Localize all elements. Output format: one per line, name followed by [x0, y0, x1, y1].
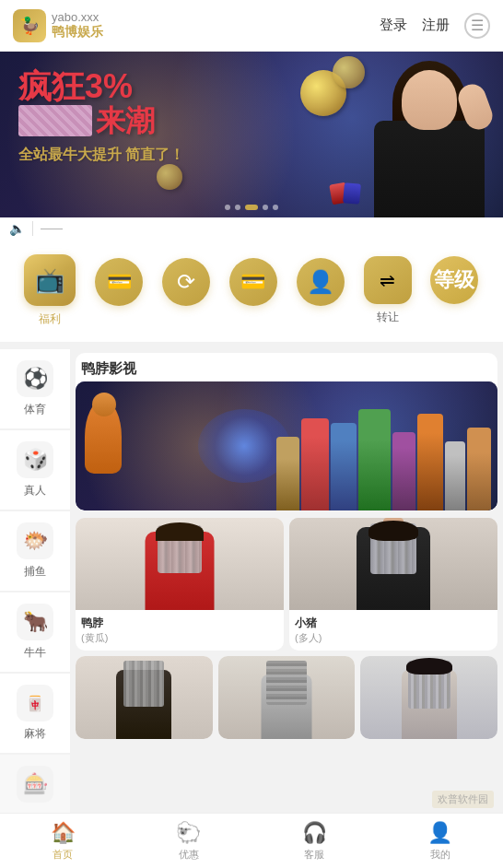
video-card-2-name: 小猪 [295, 616, 492, 631]
banner-dots [225, 205, 278, 210]
home-icon: 🏠 [51, 821, 76, 845]
sports-icon: ⚽ [17, 360, 53, 397]
logo-text: yabo.xxx 鸭博娱乐 [52, 10, 103, 41]
refresh-label [184, 311, 187, 324]
service-label: 客服 [304, 848, 324, 862]
nav-home[interactable]: 🏠 首页 [0, 814, 126, 868]
welfare-icon: 📺 [24, 254, 76, 306]
divider [32, 221, 33, 236]
dot-3[interactable] [245, 205, 258, 210]
bottom-card-1[interactable] [76, 656, 213, 739]
logo-area: 🦆 yabo.xxx 鸭博娱乐 [13, 9, 103, 42]
banner-title2-text: 来潮 [96, 103, 155, 138]
avatar-label [319, 311, 322, 324]
welfare-label: 福利 [39, 311, 61, 327]
banner-content: 疯狂3% 来潮 全站最牛大提升 简直了！ [18, 70, 184, 165]
card1-icon: 💳 [95, 258, 143, 306]
menu-symbol: ☰ [471, 17, 484, 34]
video-card-1-sub: (黄瓜) [81, 631, 278, 645]
login-button[interactable]: 登录 [380, 17, 407, 34]
card1-label [118, 311, 121, 324]
watermark-text: 欢普软件园 [438, 793, 488, 804]
sidebar-item-live[interactable]: 🎲 真人 [0, 430, 70, 510]
icon-row: 📺 福利 💳 ⟳ 💳 👤 ⇌ 转让 [0, 243, 503, 342]
sidebar-item-fishing[interactable]: 🐡 捕鱼 [0, 511, 70, 591]
dot-1[interactable] [225, 205, 230, 210]
profile-icon: 👤 [427, 821, 452, 845]
register-button[interactable]: 注册 [422, 17, 450, 34]
icon-avatar[interactable]: 👤 [297, 258, 345, 324]
dot-4[interactable] [263, 205, 268, 210]
banner-subtitle: 全站最牛大提升 简直了！ [18, 146, 184, 165]
right-content: 鸭脖影视 [70, 349, 503, 814]
mahjong-label: 麻将 [24, 726, 46, 742]
video-card-1-img [76, 518, 284, 610]
card2-label [251, 311, 254, 324]
icon-card1[interactable]: 💳 [95, 258, 143, 324]
live-icon: 🎲 [17, 441, 53, 478]
nav-service[interactable]: 🎧 客服 [251, 814, 378, 868]
video-cards-row: 鸭脖 (黄瓜) 小猪 (多人 [76, 518, 497, 651]
sports-label: 体育 [24, 402, 46, 417]
level-icon: 等级 [430, 256, 478, 304]
sidebar-item-bull[interactable]: 🐂 牛牛 [0, 592, 70, 672]
mahjong-icon: 🀄 [17, 685, 53, 721]
promotions-label: 优惠 [179, 848, 199, 862]
dot-5[interactable] [273, 205, 278, 210]
icon-refresh[interactable]: ⟳ [162, 258, 210, 324]
watermark: 欢普软件园 [432, 791, 494, 808]
video-card-1-name: 鸭脖 [81, 616, 278, 631]
video-card-2-img [289, 518, 497, 610]
home-label: 首页 [53, 848, 73, 862]
banner-mosaic [18, 105, 92, 136]
bottom-card-2[interactable] [218, 656, 356, 739]
bottom-cards-row [76, 656, 497, 739]
video-card-1[interactable]: 鸭脖 (黄瓜) [76, 518, 284, 651]
icon-level[interactable]: 等级 等级 [430, 256, 478, 325]
icon-welfare[interactable]: 📺 福利 [24, 254, 76, 327]
service-icon: 🎧 [302, 821, 327, 845]
transfer-label: 转让 [377, 310, 399, 325]
nav-profile[interactable]: 👤 我的 [378, 814, 504, 868]
video-card-2-sub: (多人) [295, 631, 492, 645]
promotions-icon: 🐑 [176, 821, 201, 845]
bottom-nav: 🏠 首页 🐑 优惠 🎧 客服 👤 我的 [0, 813, 503, 868]
banner-title1: 疯狂3% [18, 70, 184, 103]
header-right: 登录 注册 ☰ [380, 13, 490, 39]
movie-banner[interactable] [76, 381, 497, 510]
app-name: 鸭博娱乐 [52, 24, 103, 41]
marquee-text: —— [41, 222, 63, 235]
left-sidebar: ⚽ 体育 🎲 真人 🐡 捕鱼 🐂 牛牛 🀄 麻将 🎰 [0, 349, 70, 814]
speaker-icon: 🔈 [9, 221, 25, 236]
logo-icon: 🦆 [13, 9, 46, 42]
video-card-2-info: 小猪 (多人) [289, 610, 497, 651]
card2-icon: 💳 [229, 258, 277, 306]
icon-transfer[interactable]: ⇌ 转让 [364, 256, 412, 325]
sidebar-item-extra[interactable]: 🎰 [0, 755, 70, 814]
header: 🦆 yabo.xxx 鸭博娱乐 登录 注册 ☰ [0, 0, 503, 52]
main-content: ⚽ 体育 🎲 真人 🐡 捕鱼 🐂 牛牛 🀄 麻将 🎰 鸭脖影视 [0, 349, 503, 868]
refresh-icon: ⟳ [162, 258, 210, 306]
movie-section: 鸭脖影视 [76, 353, 497, 510]
video-card-1-info: 鸭脖 (黄瓜) [76, 610, 284, 651]
banner-title2: 来潮 [18, 103, 184, 138]
brand-text: yabo.xxx [52, 10, 103, 24]
live-label: 真人 [24, 483, 46, 499]
video-card-2[interactable]: 小猪 (多人) [289, 518, 497, 651]
section-title-movie: 鸭脖影视 [76, 353, 497, 381]
bull-label: 牛牛 [24, 645, 46, 661]
transfer-icon: ⇌ [364, 256, 412, 304]
fishing-label: 捕鱼 [24, 564, 46, 580]
quick-nav-bar: 🔈 —— [0, 217, 503, 243]
sidebar-item-mahjong[interactable]: 🀄 麻将 [0, 674, 70, 753]
bottom-card-3[interactable] [360, 656, 497, 739]
fishing-icon: 🐡 [17, 522, 53, 559]
banner[interactable]: 疯狂3% 来潮 全站最牛大提升 简直了！ [0, 52, 503, 217]
avatar-icon: 👤 [297, 258, 345, 306]
nav-promotions[interactable]: 🐑 优惠 [126, 814, 252, 868]
sidebar-item-sports[interactable]: ⚽ 体育 [0, 349, 70, 428]
menu-icon[interactable]: ☰ [464, 13, 490, 39]
profile-label: 我的 [430, 848, 450, 862]
dot-2[interactable] [235, 205, 240, 210]
icon-card2[interactable]: 💳 [229, 258, 277, 324]
